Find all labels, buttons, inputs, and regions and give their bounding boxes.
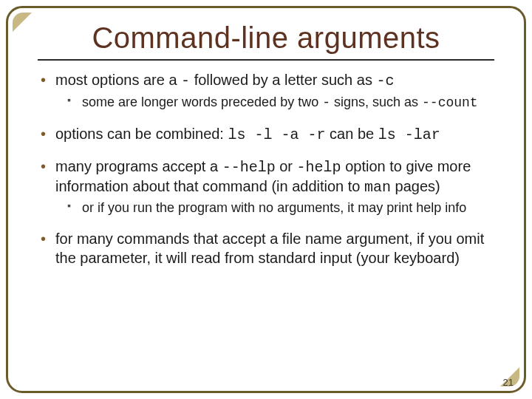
text: followed by a letter such as xyxy=(190,72,376,88)
slide-title: Command-line arguments xyxy=(38,21,494,61)
text: or xyxy=(276,158,297,174)
text: options can be combined: xyxy=(55,126,228,142)
sub-bullet-1: some are longer words preceded by two - … xyxy=(67,94,494,112)
text: most options are a xyxy=(55,72,181,88)
sub-bullet-3: or if you run the program with no argume… xyxy=(67,200,494,216)
sub-bullet-list: some are longer words preceded by two - … xyxy=(55,94,494,112)
bullet-1: most options are a - followed by a lette… xyxy=(41,71,494,112)
code: - xyxy=(322,95,330,110)
text: many programs accept a xyxy=(55,158,222,174)
text: can be xyxy=(326,126,378,142)
bullet-list: most options are a - followed by a lette… xyxy=(38,71,494,268)
text: pages) xyxy=(391,178,440,194)
corner-accent-top-left xyxy=(13,13,32,32)
code: -help xyxy=(297,159,341,176)
bullet-3: many programs accept a --help or -help o… xyxy=(41,157,494,216)
code: - xyxy=(181,72,190,89)
slide-frame: Command-line arguments most options are … xyxy=(6,6,526,393)
code: ls -l -a -r xyxy=(228,126,326,143)
bullet-4: for many commands that accept a file nam… xyxy=(41,230,494,267)
slide-content: Command-line arguments most options are … xyxy=(38,21,494,370)
text: signs, such as xyxy=(330,95,422,109)
bullet-2: options can be combined: ls -l -a -r can… xyxy=(41,125,494,145)
sub-bullet-list: or if you run the program with no argume… xyxy=(55,200,494,216)
text: for many commands that accept a file nam… xyxy=(55,231,484,266)
page-number: 21 xyxy=(503,377,514,388)
code: man xyxy=(364,179,391,196)
code: --count xyxy=(422,95,478,110)
text: or if you run the program with no argume… xyxy=(82,200,466,215)
code: --help xyxy=(222,159,276,176)
code: -c xyxy=(376,72,394,89)
code: ls -lar xyxy=(378,126,440,143)
text: some are longer words preceded by two xyxy=(82,95,322,109)
